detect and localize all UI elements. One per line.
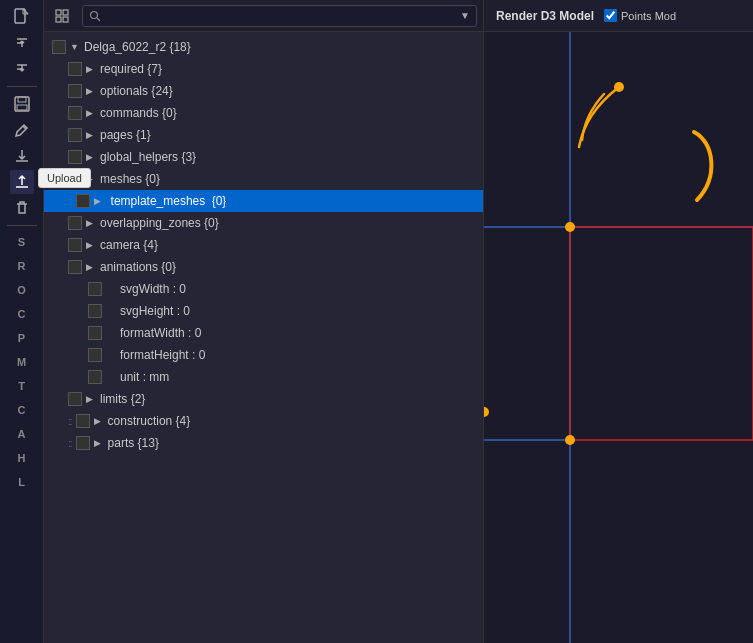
commands-label: commands {0} — [100, 106, 483, 120]
animations-label: animations {0} — [100, 260, 483, 274]
unit-checkbox[interactable] — [88, 370, 102, 384]
shortcut-r[interactable]: R — [4, 254, 40, 278]
svg-rect-5 — [63, 10, 68, 15]
parts-label: parts {13} — [108, 436, 483, 450]
tree-item-formatwidth[interactable]: ▶ formatWidth : 0 — [44, 322, 483, 344]
root-label: Delga_6022_r2 {18} — [84, 40, 483, 54]
shortcut-h[interactable]: H — [4, 446, 40, 470]
camera-arrow: ▶ — [86, 240, 96, 250]
animations-checkbox[interactable] — [68, 260, 82, 274]
canvas-svg — [484, 32, 753, 643]
tree-item-construction[interactable]: :: ▶ construction {4} — [44, 410, 483, 432]
shortcut-c2[interactable]: C — [4, 398, 40, 422]
tree-panel: ▼ ▼ Delga_6022_r2 {18} ▶ required {7} ▶ … — [44, 0, 484, 643]
global-helpers-checkbox[interactable] — [68, 150, 82, 164]
tree-item-parts[interactable]: :: ▶ parts {13} — [44, 432, 483, 454]
root-arrow: ▼ — [70, 42, 80, 52]
points-mode-text: Points Mod — [621, 10, 676, 22]
camera-checkbox[interactable] — [68, 238, 82, 252]
tree-item-animations[interactable]: ▶ animations {0} — [44, 256, 483, 278]
commands-checkbox[interactable] — [68, 106, 82, 120]
svgheight-checkbox[interactable] — [88, 304, 102, 318]
shortcut-o[interactable]: O — [4, 278, 40, 302]
tree-item-limits[interactable]: ▶ limits {2} — [44, 388, 483, 410]
search-input[interactable] — [105, 10, 460, 22]
tree-item-required[interactable]: ▶ required {7} — [44, 58, 483, 80]
shortcut-p[interactable]: P — [4, 326, 40, 350]
animations-arrow: ▶ — [86, 262, 96, 272]
distribute-up-icon[interactable] — [10, 31, 34, 55]
divider-2 — [7, 225, 37, 226]
shortcut-c[interactable]: C — [4, 302, 40, 326]
overlapping-zones-label: overlapping_zones {0} — [100, 216, 483, 230]
parts-dots: :: — [68, 438, 72, 449]
svg-point-13 — [565, 222, 575, 232]
template-meshes-label: template_meshes {0} — [108, 194, 483, 208]
tree-root[interactable]: ▼ Delga_6022_r2 {18} — [44, 36, 483, 58]
template-meshes-checkbox[interactable] — [76, 194, 90, 208]
required-checkbox[interactable] — [68, 62, 82, 76]
search-dropdown-icon[interactable]: ▼ — [460, 10, 470, 21]
parts-arrow: ▶ — [94, 438, 104, 448]
svgwidth-checkbox[interactable] — [88, 282, 102, 296]
file-icon[interactable] — [10, 5, 34, 29]
points-mode-checkbox[interactable] — [604, 9, 617, 22]
svg-point-14 — [484, 407, 489, 417]
formatheight-checkbox[interactable] — [88, 348, 102, 362]
shortcut-t[interactable]: T — [4, 374, 40, 398]
construction-arrow: ▶ — [94, 416, 104, 426]
pages-arrow: ▶ — [86, 130, 96, 140]
optionals-checkbox[interactable] — [68, 84, 82, 98]
meshes-label: meshes {0} — [100, 172, 483, 186]
save-icon[interactable] — [10, 92, 34, 116]
shortcut-s[interactable]: S — [4, 230, 40, 254]
tree-item-unit[interactable]: ▶ unit : mm — [44, 366, 483, 388]
tree-item-formatheight[interactable]: ▶ formatHeight : 0 — [44, 344, 483, 366]
formatheight-label: formatHeight : 0 — [120, 348, 483, 362]
edit-icon[interactable] — [10, 118, 34, 142]
shortcut-m[interactable]: M — [4, 350, 40, 374]
svg-rect-4 — [56, 10, 61, 15]
render-canvas — [484, 32, 753, 643]
points-mode-label[interactable]: Points Mod — [604, 9, 676, 22]
tree-item-overlapping-zones[interactable]: ▶ overlapping_zones {0} — [44, 212, 483, 234]
tree-item-svgwidth[interactable]: ▶ svgWidth : 0 — [44, 278, 483, 300]
limits-checkbox[interactable] — [68, 392, 82, 406]
shortcut-a[interactable]: A — [4, 422, 40, 446]
tree-toolbar: ▼ — [44, 0, 483, 32]
svgwidth-label: svgWidth : 0 — [120, 282, 483, 296]
overlapping-zones-checkbox[interactable] — [68, 216, 82, 230]
template-meshes-dots: :: — [68, 196, 72, 207]
tree-item-svgheight[interactable]: ▶ svgHeight : 0 — [44, 300, 483, 322]
tree-item-pages[interactable]: ▶ pages {1} — [44, 124, 483, 146]
tree-item-global-helpers[interactable]: ▶ global_helpers {3} — [44, 146, 483, 168]
pages-checkbox[interactable] — [68, 128, 82, 142]
pages-label: pages {1} — [100, 128, 483, 142]
formatwidth-checkbox[interactable] — [88, 326, 102, 340]
svg-point-16 — [614, 82, 624, 92]
delete-icon[interactable] — [10, 196, 34, 220]
construction-dots: :: — [68, 416, 72, 427]
tree-item-camera[interactable]: ▶ camera {4} — [44, 234, 483, 256]
svg-rect-6 — [56, 17, 61, 22]
tree-item-optionals[interactable]: ▶ optionals {24} — [44, 80, 483, 102]
distribute-down-icon[interactable] — [10, 57, 34, 81]
parts-checkbox[interactable] — [76, 436, 90, 450]
limits-arrow: ▶ — [86, 394, 96, 404]
download-icon[interactable] — [10, 144, 34, 168]
render-title: Render D3 Model — [496, 9, 594, 23]
svg-rect-7 — [63, 17, 68, 22]
tree-item-commands[interactable]: ▶ commands {0} — [44, 102, 483, 124]
required-arrow: ▶ — [86, 64, 96, 74]
tree-item-template-meshes[interactable]: :: ▶ template_meshes {0} — [44, 190, 483, 212]
upload-icon[interactable] — [10, 170, 34, 194]
construction-checkbox[interactable] — [76, 414, 90, 428]
root-checkbox[interactable] — [52, 40, 66, 54]
shortcut-l[interactable]: L — [4, 470, 40, 494]
tree-collapse-icon[interactable] — [50, 4, 74, 28]
limits-label: limits {2} — [100, 392, 483, 406]
required-label: required {7} — [100, 62, 483, 76]
tree-item-meshes[interactable]: ▶ meshes {0} — [44, 168, 483, 190]
camera-label: camera {4} — [100, 238, 483, 252]
search-box[interactable]: ▼ — [82, 5, 477, 27]
